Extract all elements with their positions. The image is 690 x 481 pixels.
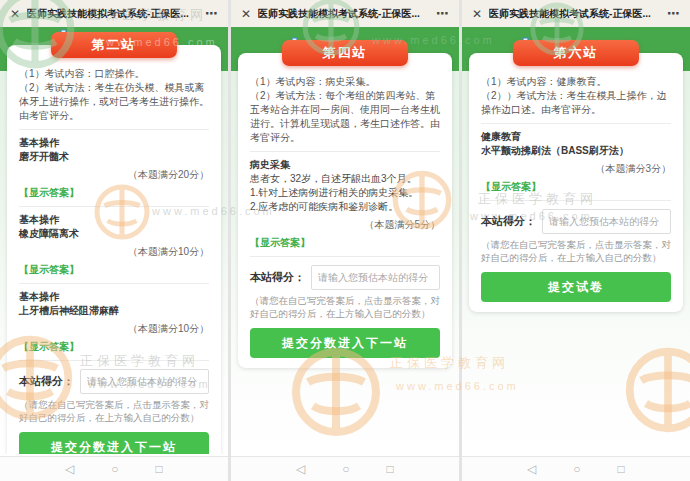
home-icon[interactable]: ○ <box>573 463 580 475</box>
tab-title: 医师实践技能模拟考试系统-正保医... <box>258 7 429 21</box>
score-note: （请您在自己写完答案后，点击显示答案，对好自己的得分后，在上方输入自己的分数） <box>250 294 440 320</box>
android-nav-bar: ◁ ○ □ <box>462 456 690 481</box>
tab-title: 医师实践技能模拟考试系统-正保医... <box>27 7 198 21</box>
station-banner: 第六站 <box>513 40 639 66</box>
page-body: 第六站 （1）考试内容：健康教育。 （2））考试方法：考生在模具上操作，边操作边… <box>462 27 690 454</box>
tab-title: 医师实践技能模拟考试系统-正保医... <box>489 7 660 21</box>
score-input[interactable] <box>311 265 440 290</box>
score-note: （请您在自己写完答案后，点击显示答案，对好自己的得分后，在上方输入自己的分数） <box>481 238 671 264</box>
android-nav-bar: ◁ ○ □ <box>231 456 459 481</box>
score-label: 本站得分： <box>250 270 305 285</box>
exam-section: 健康教育 水平颤动拂刷法（BASS刷牙法） （本题满分3分） 【显示答案】 <box>481 130 671 194</box>
intro-line: （2）考试方法：每个考组的第四考站、第五考站合并在同一房间、使用同一台考生机进行… <box>250 89 440 145</box>
browser-tab-bar: ✕ 医师实践技能模拟考试系统-正保医... ⋯ <box>0 0 228 27</box>
section-title: 基本操作 <box>19 290 209 304</box>
browser-window-station4: ✕ 医师实践技能模拟考试系统-正保医... ⋯ 第四站 （1）考试内容：病史采集… <box>231 0 459 481</box>
section-max-score: （本题满分3分） <box>481 162 671 176</box>
submit-next-station-button[interactable]: 提交分数进入下一站 <box>250 328 440 358</box>
divider <box>481 123 671 124</box>
section-max-score: （本题满分10分） <box>19 322 209 336</box>
divider <box>481 200 671 201</box>
composite-screenshot: ✕ 医师实践技能模拟考试系统-正保医... ⋯ 第二站 （1）考试内容：口腔操作… <box>0 0 690 481</box>
page-body: 第四站 （1）考试内容：病史采集。 （2）考试方法：每个考组的第四考站、第五考站… <box>231 27 459 454</box>
recents-icon[interactable]: □ <box>387 463 394 475</box>
score-label: 本站得分： <box>19 374 74 389</box>
show-answer-link[interactable]: 【显示答案】 <box>19 263 79 277</box>
divider <box>19 129 209 130</box>
divider <box>19 206 209 207</box>
exam-section: 基本操作 橡皮障隔离术 （本题满分10分） 【显示答案】 <box>19 213 209 277</box>
close-tab-icon[interactable]: ✕ <box>10 7 20 21</box>
android-nav-bar: ◁ ○ □ <box>0 456 228 481</box>
station-score-row: 本站得分： <box>19 369 209 394</box>
divider <box>250 256 440 257</box>
section-item: 水平颤动拂刷法（BASS刷牙法） <box>481 144 671 158</box>
recents-icon[interactable]: □ <box>156 463 163 475</box>
home-icon[interactable]: ○ <box>111 463 118 475</box>
tab-menu-icon[interactable]: ⋯ <box>436 6 449 21</box>
section-title: 病史采集 <box>250 158 440 172</box>
exam-section: 基本操作 上牙槽后神经阻滞麻醉 （本题满分10分） 【显示答案】 <box>19 290 209 354</box>
intro-line: （1）考试内容：病史采集。 <box>250 75 440 89</box>
score-note: （请您在自己写完答案后，点击显示答案，对好自己的得分后，在上方输入自己的分数） <box>19 398 209 424</box>
section-max-score: （本题满分10分） <box>19 245 209 259</box>
divider <box>250 151 440 152</box>
section-max-score: （本题满分5分） <box>250 218 440 232</box>
station-card: 第二站 （1）考试内容：口腔操作。 （2）考试方法：考生在仿头模、模具或离体牙上… <box>7 45 221 454</box>
intro-line: （1）考试内容：健康教育。 <box>481 75 671 89</box>
recents-icon[interactable]: □ <box>618 463 625 475</box>
divider <box>19 283 209 284</box>
score-input[interactable] <box>80 369 209 394</box>
close-tab-icon[interactable]: ✕ <box>472 7 482 21</box>
section-item: 磨牙开髓术 <box>19 150 209 164</box>
submit-exam-button[interactable]: 提交试卷 <box>481 272 671 302</box>
intro-line: （1）考试内容：口腔操作。 <box>19 67 209 81</box>
intro-line: （2）考试方法：考生在仿头模、模具或离体牙上进行操作，或对已考考生进行操作。由考… <box>19 81 209 123</box>
exam-section: 基本操作 磨牙开髓术 （本题满分20分） 【显示答案】 <box>19 136 209 200</box>
section-item: 橡皮障隔离术 <box>19 227 209 241</box>
exam-intro: （1）考试内容：病史采集。 （2）考试方法：每个考组的第四考站、第五考站合并在同… <box>250 75 440 145</box>
section-max-score: （本题满分20分） <box>19 168 209 182</box>
exam-intro: （1）考试内容：口腔操作。 （2）考试方法：考生在仿头模、模具或离体牙上进行操作… <box>19 67 209 123</box>
exam-intro: （1）考试内容：健康教育。 （2））考试方法：考生在模具上操作，边操作边口述。由… <box>481 75 671 117</box>
home-icon[interactable]: ○ <box>342 463 349 475</box>
score-label: 本站得分： <box>481 214 536 229</box>
exam-section: 病史采集 患者女，32岁，自述牙龈出血3个月。 1.针对上述病例进行相关的病史采… <box>250 158 440 250</box>
intro-line: （2））考试方法：考生在模具上操作，边操作边口述。由考官评分。 <box>481 89 671 117</box>
station-score-row: 本站得分： <box>250 265 440 290</box>
browser-window-station2: ✕ 医师实践技能模拟考试系统-正保医... ⋯ 第二站 （1）考试内容：口腔操作… <box>0 0 228 481</box>
case-description: 患者女，32岁，自述牙龈出血3个月。 <box>250 172 440 186</box>
show-answer-link[interactable]: 【显示答案】 <box>481 180 541 194</box>
show-answer-link[interactable]: 【显示答案】 <box>19 186 79 200</box>
tab-menu-icon[interactable]: ⋯ <box>667 6 680 21</box>
page-body: 第二站 （1）考试内容：口腔操作。 （2）考试方法：考生在仿头模、模具或离体牙上… <box>0 27 228 454</box>
show-answer-link[interactable]: 【显示答案】 <box>250 236 310 250</box>
browser-tab-bar: ✕ 医师实践技能模拟考试系统-正保医... ⋯ <box>231 0 459 27</box>
back-icon[interactable]: ◁ <box>527 463 536 475</box>
station-banner: 第四站 <box>282 40 408 66</box>
section-item: 上牙槽后神经阻滞麻醉 <box>19 304 209 318</box>
browser-tab-bar: ✕ 医师实践技能模拟考试系统-正保医... ⋯ <box>462 0 690 27</box>
submit-next-station-button[interactable]: 提交分数进入下一站 <box>19 432 209 454</box>
show-answer-link[interactable]: 【显示答案】 <box>19 340 79 354</box>
case-task: 1.针对上述病例进行相关的病史采集。 <box>250 186 440 200</box>
section-title: 基本操作 <box>19 136 209 150</box>
close-tab-icon[interactable]: ✕ <box>241 7 251 21</box>
divider <box>19 360 209 361</box>
case-task: 2.应考虑的可能疾病和鉴别诊断。 <box>250 200 440 214</box>
back-icon[interactable]: ◁ <box>65 463 74 475</box>
station-card: 第六站 （1）考试内容：健康教育。 （2））考试方法：考生在模具上操作，边操作边… <box>469 53 683 312</box>
station-score-row: 本站得分： <box>481 209 671 234</box>
browser-window-station6: ✕ 医师实践技能模拟考试系统-正保医... ⋯ 第六站 （1）考试内容：健康教育… <box>462 0 690 481</box>
station-banner: 第二站 <box>51 32 177 58</box>
section-title: 健康教育 <box>481 130 671 144</box>
score-input[interactable] <box>542 209 671 234</box>
tab-menu-icon[interactable]: ⋯ <box>205 6 218 21</box>
back-icon[interactable]: ◁ <box>296 463 305 475</box>
station-card: 第四站 （1）考试内容：病史采集。 （2）考试方法：每个考组的第四考站、第五考站… <box>238 53 452 368</box>
section-title: 基本操作 <box>19 213 209 227</box>
